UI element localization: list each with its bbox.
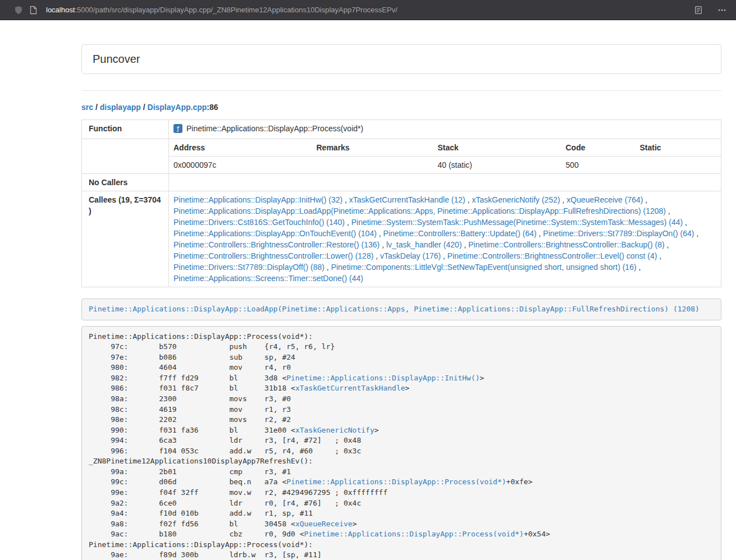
callee-separator: , bbox=[637, 263, 641, 272]
callee-separator: , bbox=[342, 195, 349, 204]
code-line: 97e: b086 sub sp, #24 bbox=[89, 352, 714, 363]
reader-mode-icon[interactable] bbox=[691, 3, 706, 17]
code-line: 9ac: b180 cbz r0, 9d0 <Pinetime::Applica… bbox=[89, 529, 714, 540]
divider bbox=[81, 90, 721, 91]
callee-separator: , bbox=[643, 195, 647, 204]
url-bar[interactable]: localhost:5000/path/src/displayapp/Displ… bbox=[46, 6, 397, 14]
spacer-cell bbox=[82, 139, 169, 174]
callees-row: Callees (19, Σ=3704 ) Pinetime::Applicat… bbox=[82, 191, 721, 287]
page-info-icon[interactable] bbox=[26, 3, 40, 17]
function-table: Function ƒ Pinetime::Applications::Displ… bbox=[81, 120, 721, 287]
callee-link[interactable]: Pinetime::Drivers::St7789::DisplayOn() (… bbox=[543, 229, 694, 238]
code-line: 986: f031 f8c7 bl 31b18 <xTaskGetCurrent… bbox=[89, 383, 714, 394]
column-header-code: Code bbox=[561, 139, 636, 157]
code-line: 98a: 2300 movs r3, #0 bbox=[89, 394, 714, 405]
code-symbol-link[interactable]: xTaskGenericNotify bbox=[295, 426, 374, 434]
code-line: 9ae: f89d 300b ldrb.w r3, [sp, #11] bbox=[89, 550, 714, 560]
callee-link[interactable]: Pinetime::Controllers::BrightnessControl… bbox=[447, 251, 657, 260]
code-line: 980: 4604 mov r4, r0 bbox=[89, 362, 714, 373]
callee-separator: , bbox=[694, 229, 699, 238]
breadcrumb-separator: / bbox=[141, 103, 148, 112]
code-symbol-link[interactable]: Pinetime::Applications::DisplayApp::Proc… bbox=[304, 530, 524, 538]
callee-link[interactable]: vTaskDelay (176) bbox=[380, 251, 441, 260]
code-symbol-link[interactable]: xQueueReceive bbox=[295, 520, 353, 528]
code-line: 97c: b570 push {r4, r5, r6, lr} bbox=[89, 342, 714, 352]
code-line: 990: f031 fa36 bl 31e00 <xTaskGenericNot… bbox=[89, 425, 714, 436]
callee-separator: , bbox=[465, 195, 472, 204]
callee-separator: , bbox=[345, 218, 351, 227]
callee-separator: , bbox=[560, 195, 567, 204]
callee-link[interactable]: Pinetime::Drivers::Cst816S::GetTouchInfo… bbox=[173, 218, 345, 227]
selected-callee-link[interactable]: Pinetime::Applications::DisplayApp::Load… bbox=[89, 305, 700, 313]
callee-separator: , bbox=[683, 218, 687, 227]
code-line: 99e: f04f 32ff mov.w r2, #4294967295 ; 0… bbox=[89, 488, 714, 498]
callee-separator: , bbox=[324, 263, 331, 272]
code-line: 9a4: f10d 010b add.w r1, sp, #11 bbox=[89, 508, 714, 519]
column-header-stack: Stack bbox=[433, 139, 561, 157]
function-cell: ƒ Pinetime::Applications::DisplayApp::Pr… bbox=[169, 120, 721, 139]
callee-link[interactable]: Pinetime::Applications::DisplayApp::Load… bbox=[173, 206, 666, 215]
function-row: Function ƒ Pinetime::Applications::Displ… bbox=[82, 120, 721, 139]
callee-separator: , bbox=[537, 229, 543, 238]
disassembly-code: Pinetime::Applications::DisplayApp::Proc… bbox=[81, 326, 721, 560]
callee-link[interactable]: xQueueReceive (764) bbox=[566, 195, 643, 204]
breadcrumb-link[interactable]: displayapp bbox=[100, 103, 141, 112]
code-symbol-link[interactable]: Pinetime::Applications::DisplayApp::Proc… bbox=[286, 478, 506, 486]
code-size-value: 500 bbox=[561, 157, 636, 174]
static-value bbox=[636, 157, 721, 174]
function-label: Function bbox=[82, 120, 169, 139]
callees-label: Callees (19, Σ=3704 ) bbox=[82, 191, 169, 287]
code-line: _ZN8Pinetime12Applications10DisplayApp7R… bbox=[89, 456, 714, 467]
column-header-address: Address bbox=[169, 139, 312, 157]
callee-separator: , bbox=[666, 206, 670, 215]
callee-link[interactable]: Pinetime::Applications::DisplayApp::OnTo… bbox=[173, 229, 377, 238]
callee-link[interactable]: Pinetime::Drivers::St7789::DisplayOff() … bbox=[173, 263, 324, 272]
browser-toolbar: localhost:5000/path/src/displayapp/Displ… bbox=[0, 0, 736, 20]
callee-separator: , bbox=[441, 251, 447, 260]
code-line: 9a2: 6ce0 ldr r0, [r4, #76] ; 0x4c bbox=[89, 498, 714, 509]
callee-link[interactable]: Pinetime::System::SystemTask::PushMessag… bbox=[351, 218, 683, 227]
callee-link[interactable]: lv_task_handler (420) bbox=[386, 240, 462, 249]
callee-link[interactable]: xTaskGenericNotify (252) bbox=[472, 195, 560, 204]
callee-separator: , bbox=[377, 229, 383, 238]
callee-link[interactable]: Pinetime::Controllers::BrightnessControl… bbox=[173, 240, 380, 249]
code-line: 994: 6ca3 ldr r3, [r4, #72] ; 0x48 bbox=[89, 435, 714, 446]
code-symbol-link[interactable]: xTaskGetCurrentTaskHandle bbox=[295, 384, 405, 392]
breadcrumb-link[interactable]: DisplayApp.cpp bbox=[148, 103, 207, 112]
callee-separator: , bbox=[462, 240, 469, 249]
toolbar-right-icons bbox=[691, 3, 729, 17]
app-header-panel: Puncover bbox=[81, 44, 721, 74]
url-path: :5000/path/src/displayapp/DisplayApp.cpp… bbox=[75, 6, 397, 14]
callee-link[interactable]: Pinetime::Controllers::BrightnessControl… bbox=[468, 240, 664, 249]
code-line: 99a: 2b01 cmp r3, #1 bbox=[89, 467, 714, 478]
callee-link[interactable]: Pinetime::Components::LittleVgl::SetNewT… bbox=[331, 263, 637, 272]
breadcrumb-link[interactable]: src bbox=[81, 103, 93, 112]
callees-list: Pinetime::Applications::DisplayApp::Init… bbox=[169, 191, 721, 287]
column-header-remarks: Remarks bbox=[312, 139, 433, 157]
stack-value: 40 (static) bbox=[433, 157, 561, 174]
values-row: 0x0000097c 40 (static) 500 bbox=[82, 157, 721, 174]
callee-separator: , bbox=[373, 251, 380, 260]
callee-link[interactable]: Pinetime::Applications::DisplayApp::Init… bbox=[173, 195, 342, 204]
code-line: Pinetime::Applications::DisplayApp::Proc… bbox=[89, 540, 714, 550]
no-callers-row: No Callers bbox=[82, 174, 721, 191]
breadcrumb: src / displayapp / DisplayApp.cpp:86 bbox=[81, 102, 721, 113]
callee-link[interactable]: Pinetime::Controllers::Battery::Update()… bbox=[383, 229, 537, 238]
code-line: 996: f104 053c add.w r5, r4, #60 ; 0x3c bbox=[89, 446, 714, 457]
code-symbol-link[interactable]: Pinetime::Applications::DisplayApp::Init… bbox=[286, 374, 479, 382]
callee-link[interactable]: xTaskGetCurrentTaskHandle (12) bbox=[349, 195, 465, 204]
page-actions-menu-icon[interactable] bbox=[715, 3, 729, 17]
function-icon: ƒ bbox=[173, 124, 182, 136]
url-host: localhost bbox=[46, 6, 75, 14]
breadcrumb-separator: / bbox=[93, 103, 100, 112]
callee-link[interactable]: Pinetime::Applications::Screens::Timer::… bbox=[173, 274, 363, 283]
function-name: Pinetime::Applications::DisplayApp::Proc… bbox=[186, 124, 363, 133]
callee-separator: , bbox=[380, 240, 386, 249]
code-line: 982: f7ff fd29 bl 3d8 <Pinetime::Applica… bbox=[89, 373, 714, 384]
tracking-shield-icon[interactable] bbox=[11, 3, 26, 17]
svg-text:ƒ: ƒ bbox=[176, 125, 180, 132]
callee-link[interactable]: Pinetime::Controllers::BrightnessControl… bbox=[173, 251, 373, 260]
page-title: Puncover bbox=[93, 53, 710, 66]
code-line: 98c: 4619 mov r1, r3 bbox=[89, 405, 714, 415]
breadcrumb-separator: :86 bbox=[207, 103, 218, 112]
